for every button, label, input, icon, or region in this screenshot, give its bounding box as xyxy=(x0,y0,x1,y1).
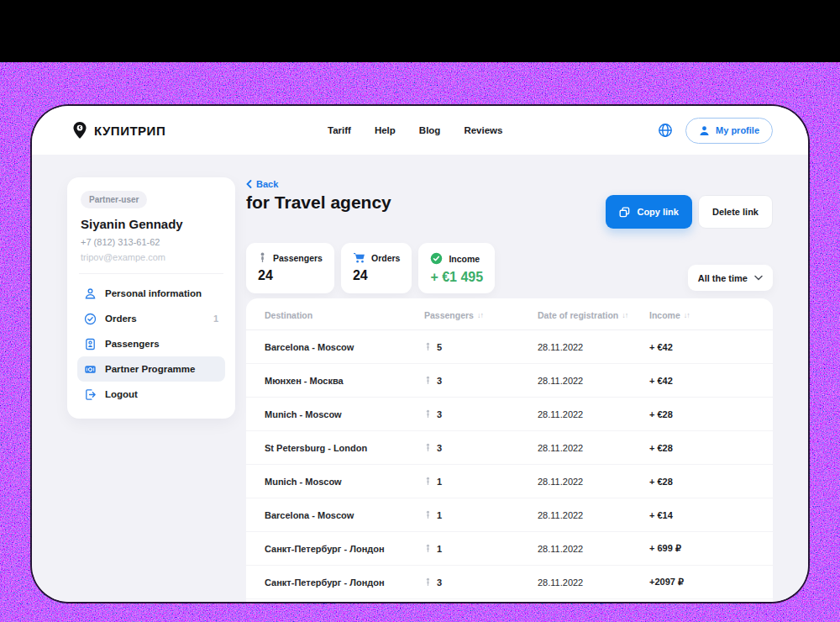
date-cell: 28.11.2022 xyxy=(538,443,649,453)
main-panel: Back for Travel agency Copy link Delete … xyxy=(246,155,773,602)
income-cell: + 699 ₽ xyxy=(649,543,773,554)
passengers-cell: 1 xyxy=(424,477,538,487)
stat-value: 24 xyxy=(258,268,323,283)
topbar-right: My profile xyxy=(658,106,773,155)
sort-arrows-icon: ↓↑ xyxy=(622,311,627,319)
nav-item-blog[interactable]: Blog xyxy=(419,125,441,135)
stat-value: + €1 495 xyxy=(430,270,483,285)
top-navigation-bar: КУПИТРИП TariffHelpBlogReviews My prof xyxy=(32,106,808,155)
column-label: Income xyxy=(649,310,680,320)
destination-cell: Санкт-Петербург - Лондон xyxy=(265,544,424,554)
passengers-cell: 3 xyxy=(424,443,538,453)
passenger-count: 1 xyxy=(437,544,442,554)
nav-item-tariff[interactable]: Tariff xyxy=(328,125,351,135)
sidebar-item-logout[interactable]: Logout xyxy=(77,382,225,407)
globe-icon[interactable] xyxy=(658,123,673,138)
stat-card-header: Income xyxy=(430,252,483,265)
destination-cell: Munich - Moscow xyxy=(265,409,424,419)
copy-link-button[interactable]: Copy link xyxy=(606,195,692,229)
column-header-income[interactable]: Income↓↑ xyxy=(649,310,773,320)
sidebar-item-label: Partner Programme xyxy=(105,364,195,374)
user-phone: +7 (812) 313-61-62 xyxy=(81,237,222,247)
passenger-small-icon xyxy=(424,376,432,385)
sidebar-item-personal-information[interactable]: Personal information xyxy=(77,281,225,306)
column-header-date-of-registration[interactable]: Date of registration↓↑ xyxy=(538,310,649,320)
income-cell: + €28 xyxy=(649,477,773,487)
date-cell: 28.11.2022 xyxy=(538,577,649,588)
income-cell: + €42 xyxy=(649,342,773,352)
back-label: Back xyxy=(256,179,278,189)
stat-card-income: Income+ €1 495 xyxy=(418,243,495,293)
column-header-destination: Destination xyxy=(265,310,424,320)
table-row: Barcelona - Moscow128.11.2022+ €14 xyxy=(246,498,773,532)
profile-sidebar: Partner-user Siyanin Gennady +7 (812) 31… xyxy=(67,177,235,419)
table-row: St Petersburg - London328.11.2022+ €28 xyxy=(246,431,773,465)
passenger-small-icon xyxy=(424,443,432,452)
passenger-count: 5 xyxy=(437,342,442,352)
destination-cell: Мюнхен - Москва xyxy=(265,376,424,386)
passenger-small-icon xyxy=(424,409,432,419)
stat-value: 24 xyxy=(353,268,400,283)
time-filter-dropdown[interactable]: All the time xyxy=(688,265,773,291)
delete-link-label: Delete link xyxy=(712,207,759,217)
copy-icon xyxy=(619,207,630,218)
table-row: Санкт-Петербург - Лондон128.11.2022+ 699… xyxy=(246,532,773,566)
sidebar-item-label: Logout xyxy=(105,389,138,399)
content-area: Partner-user Siyanin Gennady +7 (812) 31… xyxy=(32,155,808,602)
main-nav: TariffHelpBlogReviews xyxy=(328,106,502,155)
stat-label: Passengers xyxy=(273,253,323,263)
nav-item-reviews[interactable]: Reviews xyxy=(464,125,502,135)
income-cell: +2097 ₽ xyxy=(649,577,773,588)
sidebar-item-label: Orders xyxy=(105,314,137,324)
passenger-count: 3 xyxy=(437,376,442,386)
sidebar-item-orders[interactable]: Orders1 xyxy=(77,306,225,331)
passenger-small-icon xyxy=(424,342,432,351)
income-cell: + €14 xyxy=(649,510,773,520)
stat-card-orders: Orders24 xyxy=(341,243,412,293)
passenger-count: 3 xyxy=(437,409,442,419)
partner-table: DestinationPassengers↓↑Date of registrat… xyxy=(246,298,773,602)
nav-item-help[interactable]: Help xyxy=(375,125,396,135)
brand-logo[interactable]: КУПИТРИП xyxy=(71,106,165,155)
table-row: Munich - Moscow128.11.2022+ €28 xyxy=(246,465,773,498)
passenger-small-icon xyxy=(424,544,432,553)
page-title: for Travel agency xyxy=(246,192,391,213)
app-window: КУПИТРИП TariffHelpBlogReviews My prof xyxy=(32,106,808,602)
sidebar-item-count: 1 xyxy=(213,314,218,324)
passengers-card-icon xyxy=(84,338,97,351)
income-cell: + €28 xyxy=(649,443,773,453)
profile-person-icon xyxy=(699,125,710,136)
sidebar-item-passengers[interactable]: Passengers xyxy=(77,331,225,356)
column-label: Passengers xyxy=(424,310,474,320)
delete-link-button[interactable]: Delete link xyxy=(698,195,773,229)
passengers-cell: 3 xyxy=(424,376,538,386)
orders-check-icon xyxy=(84,313,97,325)
passengers-cell: 3 xyxy=(424,577,538,588)
chevron-down-icon xyxy=(754,275,763,281)
passenger-small-icon xyxy=(424,577,432,587)
date-cell: 28.11.2022 xyxy=(538,510,649,520)
my-profile-label: My profile xyxy=(716,125,759,135)
passenger-count: 3 xyxy=(437,443,442,453)
partner-programme-icon xyxy=(84,363,97,376)
stat-card-header: Orders xyxy=(353,252,400,263)
partner-user-badge: Partner-user xyxy=(81,191,147,208)
stat-label: Income xyxy=(449,254,480,264)
sidebar-menu: Personal informationOrders1PassengersPar… xyxy=(77,281,225,407)
passenger-small-icon xyxy=(424,510,432,519)
my-profile-button[interactable]: My profile xyxy=(685,118,773,144)
sidebar-item-partner-programme[interactable]: Partner Programme xyxy=(77,356,225,382)
table-body: Barcelona - Moscow528.11.2022+ €42Мюнхен… xyxy=(246,330,773,599)
destination-cell: Barcelona - Moscow xyxy=(265,510,424,520)
sidebar-item-label: Personal information xyxy=(105,288,202,298)
back-link[interactable]: Back xyxy=(246,179,278,189)
passenger-count: 1 xyxy=(437,510,442,520)
date-cell: 28.11.2022 xyxy=(538,342,649,352)
destination-cell: Munich - Moscow xyxy=(265,477,424,487)
income-cell: + €28 xyxy=(649,409,773,419)
time-filter-label: All the time xyxy=(698,273,748,283)
person-icon xyxy=(258,252,267,263)
income-cell: + €42 xyxy=(649,376,773,386)
column-header-passengers[interactable]: Passengers↓↑ xyxy=(424,310,538,320)
destination-cell: St Petersburg - London xyxy=(265,443,424,453)
